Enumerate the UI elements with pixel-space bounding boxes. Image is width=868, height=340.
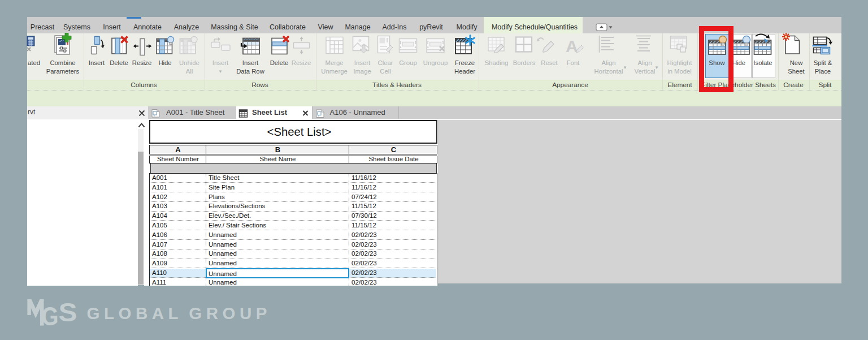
svg-text:G: G xyxy=(42,302,59,331)
svg-text:S: S xyxy=(59,298,77,327)
